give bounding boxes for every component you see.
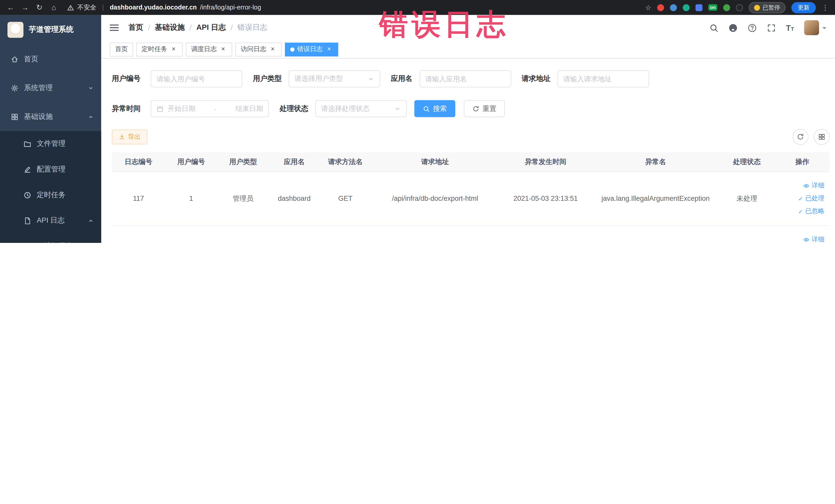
- request-url-input[interactable]: [557, 70, 649, 87]
- font-size-icon[interactable]: TT: [786, 24, 794, 32]
- table-toolbar: 导出: [112, 129, 830, 145]
- tab-home[interactable]: 首页: [109, 42, 133, 56]
- sidebar-item-access-log[interactable]: 访问日志: [0, 234, 101, 243]
- table-row: 1161管理员dashboardGET/api/infra/db-doc/exp…: [112, 225, 830, 243]
- paused-badge[interactable]: 已暂停: [749, 2, 786, 13]
- search-button[interactable]: 搜索: [414, 100, 455, 117]
- forward-icon[interactable]: →: [21, 3, 29, 12]
- table-settings: [792, 129, 830, 145]
- check-icon: [798, 207, 803, 215]
- chevron-down-icon: [88, 85, 94, 91]
- fullscreen-icon[interactable]: [767, 23, 776, 32]
- main-content: 用户编号 用户类型 请选择用户类型 应用名 请求地址 异常时间 开始日期 - 结…: [101, 59, 835, 243]
- breadcrumb: 首页 / 基础设施 / API 日志 / 错误日志: [128, 23, 267, 32]
- refresh-table-button[interactable]: [792, 129, 808, 145]
- col-method: 请求方法名: [320, 152, 371, 172]
- table-row: 1171管理员dashboardGET/api/infra/db-doc/exp…: [112, 172, 830, 225]
- user-type-label: 用户类型: [253, 74, 282, 83]
- close-icon[interactable]: [220, 45, 227, 53]
- breadcrumb-item[interactable]: 基础设施: [155, 23, 185, 32]
- sidebar-item-infra[interactable]: 基础设施: [0, 102, 101, 131]
- col-app-name: 应用名: [269, 152, 320, 172]
- filter-row-2: 异常时间 开始日期 - 结束日期 处理状态 请选择处理状态 搜索 重置: [112, 100, 830, 117]
- tags-view-bar: 首页 定时任务 调度日志 访问日志 错误日志: [101, 41, 835, 59]
- extension-icon[interactable]: [670, 4, 677, 11]
- logo-avatar: [7, 22, 23, 38]
- extension-icon[interactable]: [736, 4, 743, 11]
- bookmark-star-icon[interactable]: ☆: [645, 3, 651, 11]
- gear-icon: [11, 84, 19, 92]
- column-settings-button[interactable]: [814, 129, 830, 145]
- status-badge: 未处理: [719, 225, 775, 243]
- date-range-picker[interactable]: 开始日期 - 结束日期: [151, 100, 269, 117]
- document-icon: [31, 242, 39, 243]
- sidebar-item-system[interactable]: 系统管理: [0, 74, 101, 102]
- extension-icon[interactable]: [696, 4, 702, 11]
- sidebar-item-config-manage[interactable]: 配置管理: [0, 157, 101, 182]
- folder-icon: [23, 140, 31, 148]
- chevron-up-icon: [88, 218, 94, 224]
- extension-icon[interactable]: [683, 4, 690, 11]
- not-secure-warning-icon: [67, 4, 74, 11]
- sidebar-item-file-manage[interactable]: 文件管理: [0, 131, 101, 157]
- back-icon[interactable]: ←: [6, 3, 15, 12]
- close-icon[interactable]: [269, 45, 277, 53]
- app-logo[interactable]: 芋道管理系统: [0, 15, 101, 45]
- export-button[interactable]: 导出: [112, 129, 148, 144]
- home-icon[interactable]: ⌂: [49, 3, 58, 12]
- sidebar-fold-icon[interactable]: [109, 23, 119, 32]
- app-name-input[interactable]: [420, 70, 511, 87]
- reset-button[interactable]: 重置: [464, 100, 505, 117]
- download-icon: [119, 134, 125, 140]
- grid-icon: [11, 113, 19, 121]
- breadcrumb-current: 错误日志: [238, 23, 267, 32]
- close-icon[interactable]: [325, 45, 333, 53]
- avatar: [804, 20, 819, 35]
- app-name-label: 应用名: [391, 74, 412, 83]
- user-id-input[interactable]: [151, 70, 242, 87]
- sidebar-item-api-log[interactable]: API 日志: [0, 208, 101, 234]
- tab-scheduled-job[interactable]: 定时任务: [136, 42, 183, 56]
- mark-ignored-link[interactable]: 已忽略: [777, 205, 828, 218]
- sidebar-item-home[interactable]: 首页: [0, 45, 101, 74]
- github-icon[interactable]: [729, 23, 737, 32]
- tab-error-log[interactable]: 错误日志: [285, 42, 338, 56]
- sidebar: 芋道管理系统 首页 系统管理 基础设施 文件管理 配置管理: [0, 15, 101, 243]
- browser-menu-icon[interactable]: ⋮: [822, 3, 829, 11]
- status-select[interactable]: 请选择处理状态: [315, 100, 407, 117]
- update-button[interactable]: 更新: [791, 2, 816, 13]
- sidebar-item-scheduled-job[interactable]: 定时任务: [0, 182, 101, 208]
- search-icon: [423, 105, 430, 112]
- col-exception-time: 异常发生时间: [499, 152, 592, 172]
- col-user-id: 用户编号: [165, 152, 217, 172]
- status-badge: 未处理: [719, 172, 775, 225]
- col-user-type: 用户类型: [217, 152, 269, 172]
- filter-row-1: 用户编号 用户类型 请选择用户类型 应用名 请求地址: [112, 70, 830, 87]
- address-bar[interactable]: 不安全 | dashboard.yudao.iocoder.cn/infra/l…: [67, 3, 261, 12]
- col-log-id: 日志编号: [112, 152, 165, 172]
- browser-toolbar: ← → ↻ ⌂ 不安全 | dashboard.yudao.iocoder.cn…: [0, 0, 835, 15]
- breadcrumb-item[interactable]: API 日志: [196, 23, 226, 32]
- check-icon: [798, 195, 803, 202]
- tab-dispatch-log[interactable]: 调度日志: [186, 42, 232, 56]
- reload-icon[interactable]: ↻: [35, 3, 44, 12]
- extension-icon[interactable]: [723, 4, 730, 11]
- url-path: /infra/log/api-error-log: [200, 4, 261, 11]
- breadcrumb-item[interactable]: 首页: [128, 23, 143, 32]
- search-icon[interactable]: [709, 23, 718, 32]
- extension-on-badge[interactable]: on: [708, 4, 717, 11]
- help-icon[interactable]: [748, 23, 756, 32]
- user-type-select[interactable]: 请选择用户类型: [288, 70, 380, 87]
- extension-icon[interactable]: [657, 4, 664, 11]
- calendar-icon: [157, 105, 163, 112]
- detail-link[interactable]: 详细: [777, 179, 828, 192]
- edit-icon: [23, 165, 31, 173]
- detail-link[interactable]: 详细: [777, 233, 828, 243]
- mark-processed-link[interactable]: 已处理: [777, 192, 828, 205]
- user-menu[interactable]: [804, 20, 827, 35]
- tab-access-log[interactable]: 访问日志: [236, 42, 282, 56]
- close-icon[interactable]: [170, 45, 177, 53]
- document-icon: [23, 217, 31, 224]
- request-url-label: 请求地址: [522, 74, 550, 83]
- col-actions: 操作: [775, 152, 830, 172]
